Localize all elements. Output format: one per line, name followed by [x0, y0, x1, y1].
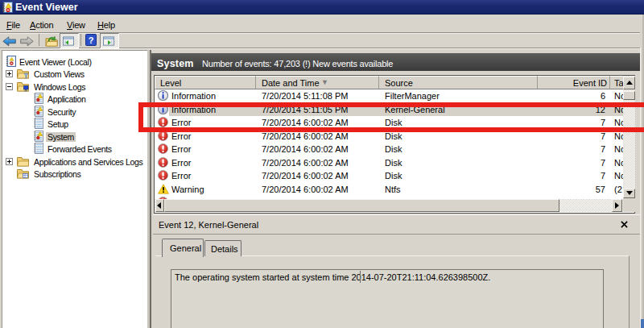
svg-text:?: ?	[89, 35, 94, 45]
